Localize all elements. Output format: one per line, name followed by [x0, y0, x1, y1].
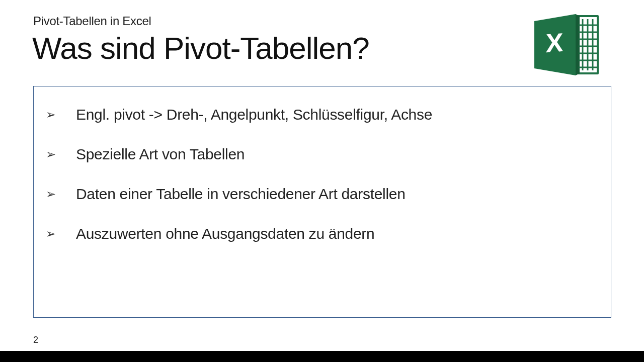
bullet-arrow-icon: ➢	[46, 185, 76, 203]
bullet-text: Spezielle Art von Tabellen	[76, 145, 245, 163]
bullet-arrow-icon: ➢	[46, 106, 76, 124]
excel-icon: X	[533, 12, 603, 79]
bullet-arrow-icon: ➢	[46, 225, 76, 243]
svg-text:X: X	[546, 28, 564, 58]
content-box: ➢ Engl. pivot -> Dreh-, Angelpunkt, Schl…	[33, 86, 611, 318]
slide-title: Was sind Pivot-Tabellen?	[32, 30, 369, 66]
slide-subtitle: Pivot-Tabellen in Excel	[33, 14, 151, 28]
list-item: ➢ Engl. pivot -> Dreh-, Angelpunkt, Schl…	[46, 106, 601, 124]
bullet-list: ➢ Engl. pivot -> Dreh-, Angelpunkt, Schl…	[46, 106, 601, 243]
list-item: ➢ Daten einer Tabelle in verschiedener A…	[46, 185, 601, 203]
svg-marker-2	[576, 14, 580, 75]
slide: Pivot-Tabellen in Excel Was sind Pivot-T…	[0, 0, 644, 362]
list-item: ➢ Auszuwerten ohne Ausgangsdaten zu ände…	[46, 225, 601, 243]
bullet-arrow-icon: ➢	[46, 145, 76, 163]
page-number: 2	[33, 335, 38, 345]
list-item: ➢ Spezielle Art von Tabellen	[46, 145, 601, 163]
bullet-text: Auszuwerten ohne Ausgangsdaten zu ändern	[76, 225, 374, 243]
bullet-text: Engl. pivot -> Dreh-, Angelpunkt, Schlüs…	[76, 106, 432, 124]
bullet-text: Daten einer Tabelle in verschiedener Art…	[76, 185, 406, 203]
footer-bar	[0, 351, 644, 362]
